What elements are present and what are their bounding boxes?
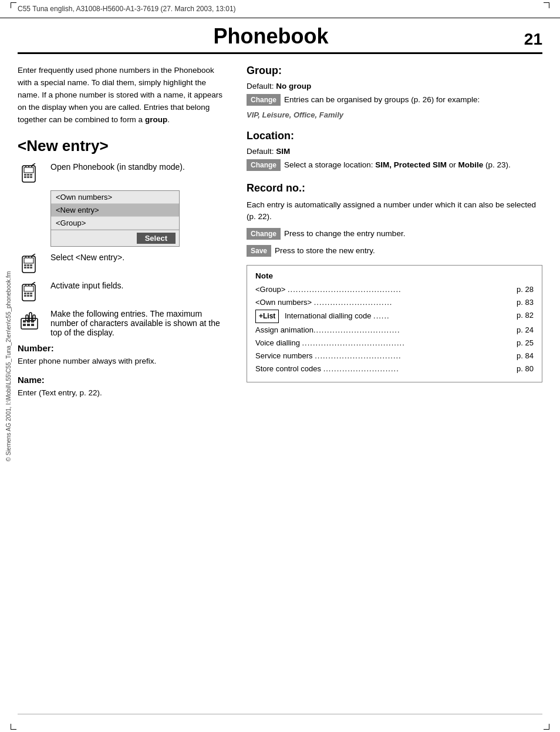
name-section: Name: Enter (Text entry, p. 22). bbox=[18, 375, 229, 399]
group-example: VIP, Leisure, Office, Family bbox=[247, 110, 542, 119]
step1-row: Open Phonebook (in standby mode). bbox=[18, 162, 229, 184]
note-row-group: <Group> ................................… bbox=[255, 284, 534, 296]
header: C55 Tuna english, A31008-H5600-A1-3-7619… bbox=[0, 0, 560, 18]
record-section: Record no.: Each entry is automatically … bbox=[247, 182, 542, 257]
svg-rect-18 bbox=[27, 267, 29, 268]
svg-rect-4 bbox=[30, 174, 32, 176]
svg-rect-37 bbox=[23, 320, 26, 323]
record-change-desc: Press to change the entry number. bbox=[284, 228, 542, 240]
number-heading: Number: bbox=[18, 343, 229, 353]
svg-rect-29 bbox=[24, 295, 26, 297]
note-row-own: <Own numbers> ..........................… bbox=[255, 297, 534, 308]
record-save-desc: Press to store the new entry. bbox=[275, 245, 542, 257]
group-default: Default: No group bbox=[247, 82, 542, 90]
note-row-service: Service numbers ........................… bbox=[255, 350, 534, 362]
svg-point-21 bbox=[25, 256, 26, 257]
location-change-row: Change Select a storage location: SIM, P… bbox=[247, 159, 542, 171]
footer-line bbox=[18, 714, 542, 714]
svg-point-23 bbox=[31, 256, 32, 257]
intro-paragraph: Enter frequently used phone numbers in t… bbox=[18, 65, 229, 126]
name-text: Enter (Text entry, p. 22). bbox=[18, 387, 229, 399]
note-title: Note bbox=[255, 271, 534, 280]
number-text: Enter phone number always with prefix. bbox=[18, 355, 229, 368]
svg-point-33 bbox=[25, 284, 26, 286]
svg-rect-13 bbox=[24, 258, 33, 263]
record-text: Each entry is automatically assigned a n… bbox=[247, 199, 542, 224]
location-change-desc: Select a storage location: SIM, Protecte… bbox=[284, 159, 542, 171]
note-row-animation: Assign animation........................… bbox=[255, 324, 534, 336]
step3-icon-area bbox=[18, 281, 43, 303]
phonebook-display: <Own numbers> <New entry> <Group> Select bbox=[50, 190, 180, 247]
svg-rect-43 bbox=[29, 313, 32, 321]
record-change-badge: Change bbox=[247, 228, 281, 240]
svg-rect-28 bbox=[30, 293, 32, 294]
svg-point-34 bbox=[28, 284, 29, 286]
display-row-group: <Group> bbox=[51, 217, 179, 230]
note-row-list: +List International dialling code ......… bbox=[255, 310, 534, 323]
location-heading: Location: bbox=[247, 130, 542, 142]
keyboard-icon bbox=[20, 310, 41, 331]
record-heading: Record no.: bbox=[247, 182, 542, 194]
step4-text: Make the following entries. The maximum … bbox=[50, 309, 229, 337]
note-row-store: Store control codes ....................… bbox=[255, 363, 534, 375]
new-entry-heading: <New entry> bbox=[18, 137, 229, 155]
record-change-row: Change Press to change the entry number. bbox=[247, 228, 542, 240]
svg-rect-42 bbox=[31, 324, 34, 326]
svg-rect-41 bbox=[27, 324, 30, 326]
svg-point-22 bbox=[28, 256, 29, 257]
svg-rect-16 bbox=[30, 264, 32, 266]
phone-select-icon bbox=[18, 254, 43, 275]
step3-text: Activate input fields. bbox=[50, 281, 124, 290]
svg-rect-25 bbox=[24, 286, 33, 291]
svg-rect-44 bbox=[26, 315, 28, 321]
left-column: Enter frequently used phone numbers in t… bbox=[18, 65, 229, 406]
header-text: C55 Tuna english, A31008-H5600-A1-3-7619… bbox=[18, 5, 236, 13]
record-save-row: Save Press to store the new entry. bbox=[247, 245, 542, 257]
display-button-row: Select bbox=[51, 230, 179, 246]
group-section: Group: Default: No group Change Entries … bbox=[247, 65, 542, 119]
intro-text: Enter frequently used phone numbers in t… bbox=[18, 66, 222, 124]
phone-activate-icon bbox=[18, 282, 43, 303]
svg-rect-5 bbox=[24, 176, 26, 178]
note-row-voice: Voice dialling .........................… bbox=[255, 337, 534, 349]
step4-icon-area bbox=[18, 309, 43, 331]
record-save-badge: Save bbox=[247, 245, 271, 257]
location-change-badge: Change bbox=[247, 159, 281, 171]
name-heading: Name: bbox=[18, 375, 229, 385]
svg-rect-27 bbox=[27, 293, 29, 294]
svg-rect-19 bbox=[30, 267, 32, 268]
list-badge: +List bbox=[255, 310, 279, 323]
step3-row: Activate input fields. bbox=[18, 281, 229, 303]
svg-rect-3 bbox=[27, 174, 29, 176]
right-column: Group: Default: No group Change Entries … bbox=[247, 65, 542, 406]
display-row-new: <New entry> bbox=[51, 204, 179, 217]
svg-rect-30 bbox=[27, 295, 29, 297]
note-box: Note <Group> ...........................… bbox=[247, 265, 542, 382]
svg-rect-1 bbox=[24, 167, 33, 173]
intro-period: . bbox=[167, 115, 170, 124]
svg-point-35 bbox=[31, 284, 32, 286]
svg-rect-6 bbox=[27, 176, 29, 178]
svg-rect-2 bbox=[24, 174, 26, 176]
group-change-row: Change Entries can be organised by group… bbox=[247, 94, 542, 106]
title-row: Phonebook 21 bbox=[18, 24, 542, 54]
group-change-badge: Change bbox=[247, 94, 281, 106]
step1-icon-area bbox=[18, 162, 43, 184]
svg-rect-31 bbox=[30, 295, 32, 297]
svg-rect-15 bbox=[27, 264, 29, 266]
svg-rect-40 bbox=[23, 324, 26, 326]
phone-standby-icon bbox=[18, 163, 43, 184]
svg-rect-7 bbox=[30, 176, 32, 178]
svg-rect-14 bbox=[24, 264, 26, 266]
select-button[interactable]: Select bbox=[137, 233, 176, 244]
svg-rect-17 bbox=[24, 267, 26, 268]
group-heading: Group: bbox=[247, 65, 542, 77]
step1-text: Open Phonebook (in standby mode). bbox=[50, 162, 185, 172]
group-change-desc: Entries can be organised by groups (p. 2… bbox=[284, 94, 542, 106]
step2-row: Select <New entry>. bbox=[18, 253, 229, 275]
location-default: Default: SIM bbox=[247, 147, 542, 156]
location-section: Location: Default: SIM Change Select a s… bbox=[247, 130, 542, 171]
intro-bold: group bbox=[145, 115, 167, 124]
svg-point-10 bbox=[28, 166, 29, 167]
page-title: Phonebook bbox=[18, 24, 524, 49]
